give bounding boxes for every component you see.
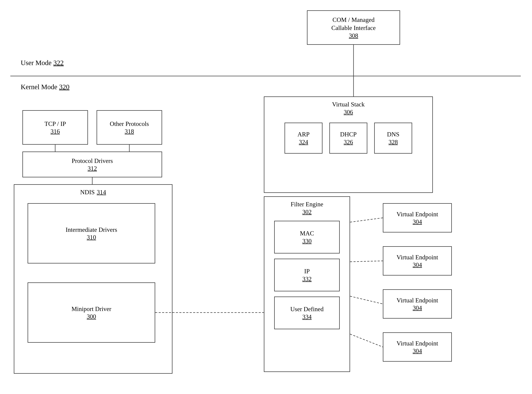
mac-box: MAC 330 (274, 221, 340, 254)
tcp-ip-box: TCP / IP 316 (22, 110, 88, 145)
protocol-drivers-box: Protocol Drivers 312 (22, 151, 162, 177)
virtual-endpoint-3-box: Virtual Endpoint 304 (383, 289, 452, 319)
dhcp-box: DHCP 326 (329, 123, 367, 154)
virtual-stack-box: Virtual Stack 306 ARP 324 DHCP 326 DNS 3… (264, 96, 433, 193)
svg-line-8 (350, 334, 383, 347)
svg-line-7 (350, 296, 383, 304)
dns-box: DNS 328 (374, 123, 412, 154)
intermediate-drivers-box: Intermediate Drivers 310 (28, 203, 155, 264)
mode-divider (10, 76, 521, 76)
virtual-endpoint-1-box: Virtual Endpoint 304 (383, 203, 452, 233)
other-protocols-box: Other Protocols 318 (96, 110, 162, 145)
virtual-endpoint-4-box: Virtual Endpoint 304 (383, 332, 452, 362)
ip-box: IP 332 (274, 259, 340, 291)
svg-line-5 (350, 218, 383, 222)
user-defined-box: User Defined 334 (274, 296, 340, 329)
arp-box: ARP 324 (285, 123, 323, 154)
virtual-endpoint-2-box: Virtual Endpoint 304 (383, 246, 452, 275)
com-interface-box: COM / Managed Callable Interface 308 (307, 10, 400, 45)
filter-engine-box: Filter Engine 302 MAC 330 IP 332 User De… (264, 196, 350, 372)
miniport-driver-box: Miniport Driver 300 (28, 282, 155, 343)
kernel-mode-label: Kernel Mode 320 (21, 83, 69, 91)
svg-line-6 (350, 261, 383, 262)
user-mode-label: User Mode 322 (21, 58, 64, 67)
